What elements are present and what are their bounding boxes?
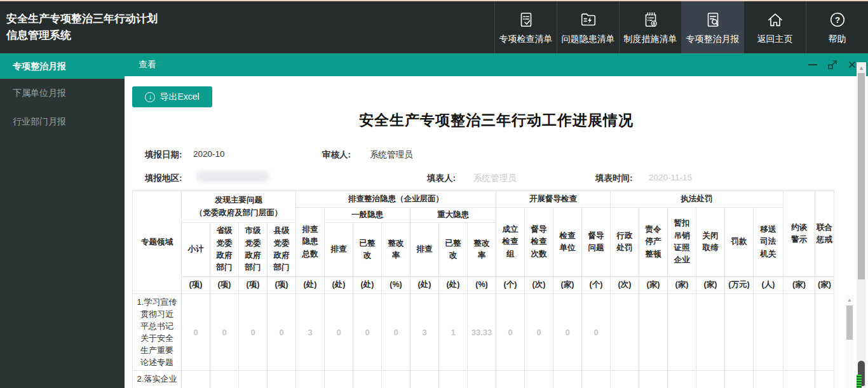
value-cell: 3 <box>296 294 325 371</box>
value-cell <box>553 371 582 388</box>
value-cell <box>668 294 696 371</box>
value-cell <box>754 294 783 371</box>
unit-cell: (家) <box>815 277 834 294</box>
fill-time-value: 2020-11-15 <box>649 173 692 182</box>
table-row: 1.学习宣传 贯彻习近 平总书记 关于安全 生产重要 论述专题 0 0 0 0 … <box>133 294 834 371</box>
header-shutdown: 关闭 取缔 <box>696 208 725 277</box>
app-title-line2: 信息管理系统 <box>6 27 158 44</box>
table-scrollbar[interactable]: ▲ <box>846 295 853 388</box>
value-cell <box>210 371 239 388</box>
minimize-icon[interactable] <box>808 64 817 65</box>
nav-item-inspection-checklist[interactable]: 专项检查清单 <box>494 1 557 53</box>
header-fine: 罚款 <box>725 208 754 277</box>
sidebar-item-special-rectification-monthly-report[interactable]: 专项整治月报 <box>0 53 125 79</box>
value-cell <box>582 371 611 388</box>
value-cell <box>815 371 834 388</box>
header-group-supervision: 开展督导检查 <box>496 191 611 208</box>
value-cell <box>296 371 325 388</box>
measures-list-icon <box>641 10 660 29</box>
nav-item-label: 制度措施清单 <box>624 34 677 45</box>
value-cell <box>639 371 668 388</box>
nav-item-home[interactable]: 返回主页 <box>743 1 806 53</box>
report-region-redacted <box>197 171 269 182</box>
close-icon[interactable]: ✕ <box>848 60 857 70</box>
value-cell <box>754 371 783 388</box>
unit-cell: (处) <box>353 277 382 294</box>
view-tab-title: 查看 <box>125 59 156 70</box>
unit-cell: (次) <box>611 277 639 294</box>
unit-cell: (项) <box>182 277 210 294</box>
header-county: 县级 党委 政府 部门 <box>268 223 296 277</box>
unit-cell: (人) <box>754 277 783 294</box>
unit-cell: (处) <box>296 277 325 294</box>
report-date-label: 填报日期: <box>145 149 182 161</box>
report-panel: ↓ 导出Excel 安全生产专项整治三年行动工作进展情况 填报日期: 2020-… <box>125 76 868 388</box>
view-tab-bar: 查看 ✕ <box>125 53 868 76</box>
header-check-groups: 成立 检查 组 <box>496 208 525 277</box>
value-cell <box>696 294 725 371</box>
header-interview-warning: 约谈 警示 <box>783 191 815 277</box>
unit-cell: (处) <box>325 277 353 294</box>
value-cell <box>611 371 639 388</box>
nav-item-monthly-report[interactable]: 专项整治月报 <box>681 1 743 53</box>
value-cell: 0 <box>382 294 410 371</box>
sidebar-item-industry-department-monthly-report[interactable]: 行业部门月报 <box>0 107 125 136</box>
reviewer-value: 系统管理员 <box>370 149 413 161</box>
report-date-value: 2020-10 <box>193 149 225 159</box>
value-cell: 0 <box>353 294 382 371</box>
value-cell <box>525 371 553 388</box>
export-excel-button[interactable]: ↓ 导出Excel <box>132 86 212 107</box>
form-filler-value: 系统管理员 <box>473 173 517 184</box>
sidebar-item-label: 专项整治月报 <box>13 61 66 71</box>
unit-cell: (万元) <box>725 277 754 294</box>
header-supervision-issues: 督导 问题 <box>582 208 611 277</box>
header-admin-penalty: 行政 处罚 <box>611 208 639 277</box>
unit-cell: (个) <box>496 277 525 294</box>
scroll-up-icon[interactable]: ▲ <box>857 62 866 71</box>
unit-cell: (家) <box>553 277 582 294</box>
top-nav: 专项检查清单 问题隐患清单 <box>494 1 868 53</box>
header-stop-production: 责令 停产 整顿 <box>639 208 668 277</box>
page-scrollbar[interactable]: ▲ <box>857 62 866 388</box>
app-title: 安全生产专项整治三年行动计划 信息管理系统 <box>0 1 158 53</box>
unit-cell: (项) <box>210 277 239 294</box>
value-cell <box>783 294 815 371</box>
nav-item-issue-hazard-list[interactable]: 问题隐患清单 <box>557 1 619 53</box>
unit-row: (项) (项) (项) (项) (处) (处) (处) (%) (处) (处) … <box>133 277 834 294</box>
table-scrollbar-thumb[interactable] <box>846 305 853 340</box>
header-major-rectified: 已整 改 <box>439 223 468 277</box>
value-cell: 0 <box>182 294 210 371</box>
nav-item-label: 专项检查清单 <box>499 34 553 45</box>
nav-item-measures-list[interactable]: 制度措施清单 <box>619 1 681 53</box>
page-scrollbar-thumb[interactable] <box>858 73 865 279</box>
header-general-rate: 整改 率 <box>382 223 410 277</box>
value-cell: 3 <box>410 294 439 371</box>
header-checked-units: 检查 单位 <box>553 208 582 277</box>
value-cell <box>696 371 725 388</box>
nav-item-label: 问题隐患清单 <box>562 34 615 45</box>
scroll-up-icon[interactable]: ▲ <box>846 295 853 303</box>
header-supervision-count: 督导 检查 次数 <box>525 208 553 277</box>
progress-table-grid: 专题领域 发现主要问题 （党委政府及部门层面） 排查整治隐患（企业层面） 开展督… <box>132 191 834 388</box>
home-icon <box>766 10 785 29</box>
unit-cell: (家) <box>668 277 696 294</box>
nav-item-help[interactable]: ? 帮助 <box>806 1 868 53</box>
unit-cell: (处) <box>439 277 468 294</box>
nav-item-label: 返回主页 <box>757 34 793 45</box>
value-cell <box>783 371 815 388</box>
grip-stripes-decoration <box>857 375 862 388</box>
maximize-icon[interactable] <box>827 59 838 70</box>
value-cell <box>239 371 268 388</box>
value-cell: 0 <box>553 294 582 371</box>
header-group-enforcement: 执法处罚 <box>611 191 783 208</box>
value-cell: 0 <box>268 294 296 371</box>
value-cell <box>668 371 696 388</box>
topic-cell: 1.学习宣传 贯彻习近 平总书记 关于安全 生产重要 论述专题 <box>133 294 182 371</box>
value-cell: 0 <box>325 294 353 371</box>
table-row: 2.落实企业 <box>133 371 834 388</box>
header-general-screened: 排查 <box>325 223 353 277</box>
fill-time-label: 填表时间: <box>595 173 633 184</box>
header-topic: 专题领域 <box>133 191 182 294</box>
inspection-checklist-icon <box>517 10 536 29</box>
sidebar-item-subordinate-unit-monthly-report[interactable]: 下属单位月报 <box>0 79 125 107</box>
